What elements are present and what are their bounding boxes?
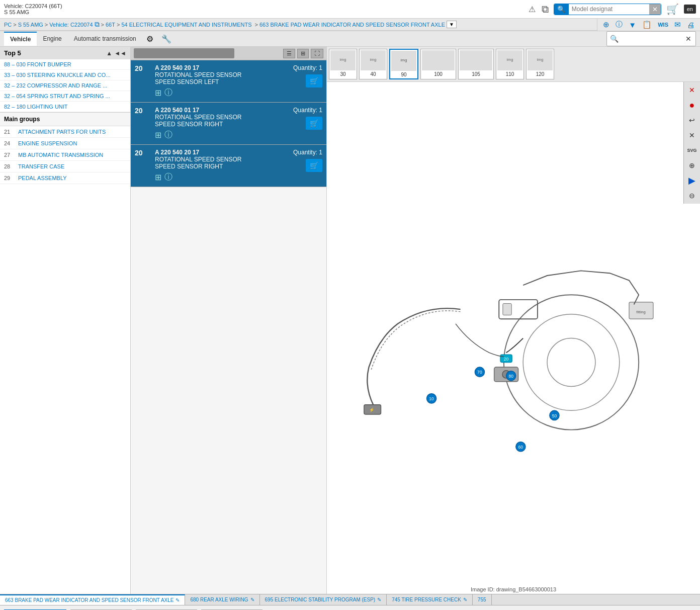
cart-button-1[interactable]: 🛒 [306, 117, 322, 130]
part-meta-1: ⊞ ⓘ [155, 130, 288, 140]
top5-item-2[interactable]: 32 – 232 COMPRESSOR AND RANGE ... [0, 80, 130, 91]
tab-icon-wrench[interactable]: 🔧 [157, 32, 176, 46]
lang-button[interactable]: en [684, 5, 696, 14]
mid-full-btn[interactable]: ⛶ [311, 49, 323, 58]
copy-icon[interactable]: ⧉ [541, 3, 550, 16]
bottom-tab-663-edit[interactable]: ✎ [176, 597, 180, 603]
part-info-icon-0[interactable]: ⓘ [164, 88, 172, 98]
toolbar-search-clear[interactable]: ✕ [681, 32, 695, 46]
tab-icon-settings[interactable]: ⚙ [142, 32, 157, 46]
svg-point-13 [523, 314, 620, 411]
part-row-1: 20 A 220 540 01 17 ROTATIONAL SPEED SENS… [131, 103, 326, 145]
breadcrumb-663[interactable]: 663 BRAKE PAD WEAR INDICATOR AND SPEED S… [259, 22, 445, 28]
part-table-icon-1[interactable]: ⊞ [155, 130, 161, 140]
thumb-120[interactable]: img 120 [526, 49, 554, 79]
cart-icon[interactable]: 🛒 [665, 2, 680, 16]
group-name-24: ENGINE SUSPENSION [18, 140, 77, 146]
bottom-tab-745-label: 745 TIRE PRESSURE CHECK [392, 597, 461, 602]
bottom-tab-663[interactable]: 663 BRAKE PAD WEAR INDICATOR AND SPEED S… [0, 594, 185, 605]
part-info-1: A 220 540 01 17 ROTATIONAL SPEED SENSOR … [155, 107, 288, 140]
top5-item-4[interactable]: 82 – 180 LIGHTING UNIT [0, 102, 130, 112]
main-group-29[interactable]: 29 PEDAL ASSEMBLY [0, 172, 130, 184]
main-group-27[interactable]: 27 MB AUTOMATIC TRANSMISSION [0, 149, 130, 161]
breadcrumb-s55[interactable]: S 55 AMG [18, 22, 43, 28]
top5-item-1[interactable]: 33 – 030 STEERING KNUCKLE AND CO... [0, 70, 130, 80]
part-table-icon-2[interactable]: ⊞ [155, 172, 161, 183]
cart-button-0[interactable]: 🛒 [306, 74, 322, 88]
zoom-out-diagram[interactable]: ⊖ [685, 189, 699, 203]
vehicle-copy-icon[interactable]: ⧉ [95, 20, 100, 29]
svg-point-14 [547, 338, 595, 387]
svg-rect-16 [503, 304, 511, 315]
breadcrumb-54[interactable]: 54 ELECTRICAL EQUIPMENT AND INSTRUMENTS [121, 22, 251, 28]
bottom-tab-680[interactable]: 680 REAR AXLE WIRING ✎ [185, 594, 259, 605]
part-table-icon-0[interactable]: ⊞ [155, 88, 161, 98]
main-group-28[interactable]: 28 TRANSFER CASE [0, 161, 130, 172]
close-panel-btn[interactable]: ✕ [685, 83, 699, 97]
breadcrumb-pc[interactable]: PC [4, 22, 12, 28]
header-search-input[interactable] [569, 4, 649, 14]
main-group-24[interactable]: 24 ENGINE SUSPENSION [0, 138, 130, 149]
bottom-tab-745-edit[interactable]: ✎ [463, 597, 467, 602]
thumb-num-30: 30 [340, 71, 345, 77]
cart-button-2[interactable]: 🛒 [306, 159, 322, 172]
tab-engine[interactable]: Engine [37, 32, 67, 45]
main-group-21[interactable]: 21 ATTACHMENT PARTS FOR UNITS [0, 126, 130, 138]
breadcrumb-vehicle[interactable]: Vehicle: C220074 [49, 22, 93, 28]
part-qty-0: Quantity: 1 🛒 [293, 64, 322, 88]
toolbar-search-input[interactable] [621, 34, 681, 44]
filter-icon[interactable]: ▼ [626, 20, 639, 30]
thumb-100[interactable]: 100 [420, 49, 456, 79]
print-icon[interactable]: 🖨 [684, 20, 697, 30]
part-qty-2: Quantity: 1 🛒 [293, 149, 322, 172]
parts-list: 20 A 220 540 20 17 ROTATIONAL SPEED SENS… [131, 60, 326, 594]
part-code-0: A 220 540 20 17 [155, 64, 288, 71]
thumb-110[interactable]: img 110 [496, 49, 524, 79]
top5-nav-left[interactable]: ◄◄ [114, 50, 126, 57]
qty-label-0: Quantity: 1 [293, 64, 322, 71]
header-search-clear[interactable]: ✕ [649, 4, 661, 15]
doc-icon[interactable]: 📋 [640, 19, 654, 30]
zoom-in-diagram[interactable]: ⊕ [685, 158, 699, 172]
bottom-tab-695-edit[interactable]: ✎ [377, 597, 381, 602]
thumb-num-105: 105 [472, 71, 480, 77]
red-circle-btn[interactable]: ● [685, 98, 699, 112]
bottom-tab-745[interactable]: 745 TIRE PRESSURE CHECK ✎ [387, 594, 473, 605]
bottom-tab-695[interactable]: 695 ELECTRONIC STABILITY PROGRAM (ESP) ✎ [260, 594, 387, 605]
zoom-in-icon[interactable]: ⊕ [600, 19, 612, 30]
cross-btn[interactable]: ✕ [685, 128, 699, 142]
breadcrumb-66t[interactable]: 66T [106, 22, 115, 28]
blue-arrow-btn[interactable]: ▶ [685, 173, 699, 188]
toolbar-search-icon[interactable]: 🔍 [607, 32, 621, 46]
thumb-30[interactable]: img 30 [329, 49, 357, 79]
tab-transmission[interactable]: Automatic transmission [68, 32, 142, 45]
thumb-90[interactable]: img 90 [389, 49, 418, 79]
warning-icon[interactable]: ⚠ [528, 4, 537, 15]
header-search-button[interactable]: 🔍 [554, 4, 569, 15]
part-info-icon-2[interactable]: ⓘ [164, 172, 172, 183]
top5-item-3[interactable]: 32 – 054 SPRING STRUT AND SPRING ... [0, 91, 130, 102]
mid-grid-btn[interactable]: ⊞ [297, 49, 309, 58]
bottom-tab-755-label: 755 [478, 597, 486, 602]
mail-icon[interactable]: ✉ [672, 19, 683, 30]
top5-collapse[interactable]: ▲ [106, 50, 112, 57]
toolbar-right: 🔍 ✕ [606, 31, 696, 46]
wis-icon[interactable]: WIS [655, 21, 671, 29]
bottom-tab-680-edit[interactable]: ✎ [250, 597, 254, 602]
group-num-24: 24 [4, 140, 14, 146]
undo-btn[interactable]: ↩ [685, 113, 699, 127]
thumb-105[interactable]: 105 [458, 49, 494, 79]
mid-list-btn[interactable]: ☰ [283, 49, 295, 58]
part-pos-2: 20 [135, 149, 150, 157]
bottom-tab-755[interactable]: 755 [473, 594, 492, 605]
breadcrumb-dropdown[interactable]: ▼ [447, 21, 457, 28]
group-num-28: 28 [4, 163, 14, 169]
tab-vehicle[interactable]: Vehicle [4, 32, 37, 46]
top5-item-0[interactable]: 88 – 030 FRONT BUMPER [0, 59, 130, 70]
part-name2-1: SPEED SENSOR RIGHT [155, 121, 288, 128]
bottom-tabs: 663 BRAKE PAD WEAR INDICATOR AND SPEED S… [0, 594, 700, 605]
info-icon[interactable]: ⓘ [613, 19, 625, 30]
thumb-40[interactable]: img 40 [359, 49, 387, 79]
svg-btn[interactable]: SVG [685, 143, 699, 157]
part-info-icon-1[interactable]: ⓘ [164, 130, 172, 140]
